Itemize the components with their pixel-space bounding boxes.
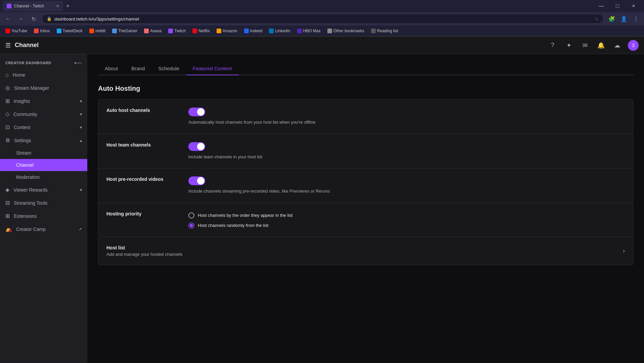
user-avatar[interactable]: 3 (628, 40, 639, 51)
gift-icon[interactable]: ✦ (563, 40, 574, 51)
stream-manager-icon: ◎ (5, 85, 10, 91)
home-icon: ⌂ (5, 72, 9, 78)
viewer-rewards-chevron-icon: ▾ (80, 188, 82, 192)
browser-tab[interactable]: Channel - Twitch × (3, 1, 63, 11)
sidebar-item-stream[interactable]: Stream (0, 147, 87, 159)
sidebar-item-settings[interactable]: ⚙ Settings ▴ (0, 134, 87, 147)
host-prerecorded-toggle[interactable] (188, 176, 205, 185)
radio-order-label: Host channels by the order they appear i… (198, 213, 293, 218)
bookmark-star-icon[interactable]: ☆ (595, 16, 599, 22)
sidebar-insights-label: Insights (14, 98, 76, 104)
host-team-toggle[interactable] (188, 142, 205, 151)
sidebar-toggle-button[interactable]: ☰ (5, 42, 11, 49)
host-list-row[interactable]: Host list Add and manage your hosted cha… (98, 237, 633, 265)
sidebar-item-channel[interactable]: Channel (0, 159, 87, 171)
bookmark-favicon (144, 29, 149, 33)
sidebar-item-community[interactable]: ◇ Community ▾ (0, 108, 87, 121)
minimize-button[interactable]: — (594, 0, 609, 12)
hosting-priority-label-col: Hosting priority (106, 211, 180, 218)
tab-title: Channel - Twitch (14, 4, 44, 8)
auto-host-description: Automatically host channels from your ho… (188, 119, 625, 126)
close-window-button[interactable]: × (626, 0, 641, 12)
host-prerecorded-row: Host pre-recorded videos Include channel… (98, 168, 633, 203)
extensions-sidebar-icon: ⊞ (5, 213, 10, 219)
bookmark-favicon (57, 29, 61, 33)
bookmark-favicon (371, 29, 376, 33)
bookmark-item-asana[interactable]: Asana (141, 28, 164, 34)
sidebar-creator-camp-label: Creator Camp (16, 227, 75, 232)
alerts-icon[interactable]: ☁ (612, 40, 623, 51)
sidebar-item-viewer-rewards[interactable]: ◈ Viewer Rewards ▾ (0, 183, 87, 196)
host-prerecorded-description: Include channels streaming pre-recorded … (188, 188, 625, 195)
tab-schedule[interactable]: Schedule (151, 62, 186, 75)
bookmark-label: HBO Max (303, 29, 321, 33)
auto-host-toggle-thumb (197, 108, 204, 116)
notifications-icon[interactable]: 🔔 (596, 40, 606, 51)
bookmark-item-amazon[interactable]: Amazon (214, 28, 240, 34)
reload-button[interactable]: ↻ (29, 14, 38, 24)
sidebar-item-content[interactable]: ⊡ Content ▾ (0, 121, 87, 134)
sidebar-header-label: Creator Dashboard (5, 61, 51, 65)
tab-featured-content[interactable]: Featured Content (186, 62, 239, 75)
back-button[interactable]: ← (3, 14, 13, 24)
hosting-priority-label: Hosting priority (106, 211, 180, 216)
extensions-icon[interactable]: 🧩 (607, 14, 616, 24)
bookmark-item-thegamer[interactable]: TheGamer (109, 28, 140, 34)
radio-random[interactable]: Host channels randomly from the list (188, 223, 625, 229)
bookmark-item-other-bookmarks[interactable]: Other bookmarks (325, 28, 367, 34)
sidebar-item-stream-manager[interactable]: ◎ Stream Manager (0, 81, 87, 94)
tab-close-button[interactable]: × (56, 3, 59, 9)
bookmark-item-indeed[interactable]: Indeed (241, 28, 265, 34)
more-options-icon[interactable]: ⋮ (631, 14, 641, 24)
host-prerecorded-label: Host pre-recorded videos (106, 176, 180, 182)
streaming-tools-icon: ⊟ (5, 200, 10, 206)
host-list-info: Host list Add and manage your hosted cha… (106, 245, 623, 257)
bookmarks-bar: YouTubeInboxTweetDeckredditTheGamerAsana… (0, 26, 644, 36)
profile-icon[interactable]: 👤 (619, 14, 629, 24)
sidebar-collapse-button[interactable]: ⟵ (74, 59, 82, 66)
sidebar-content-label: Content (14, 125, 76, 130)
content-chevron-icon: ▾ (80, 125, 82, 130)
host-team-label-col: Host team channels (106, 142, 180, 149)
tab-about[interactable]: About (98, 62, 125, 75)
sidebar-viewer-rewards-label: Viewer Rewards (13, 187, 76, 193)
forward-button[interactable]: → (16, 14, 26, 24)
host-list-title: Host list (106, 245, 623, 250)
bookmark-label: Amazon (223, 29, 237, 33)
bookmark-item-linkedin[interactable]: LinkedIn (266, 28, 293, 34)
tab-brand[interactable]: Brand (125, 62, 151, 75)
bookmark-favicon (297, 29, 302, 33)
sidebar-home-label: Home (13, 72, 82, 78)
window-controls: — □ × (594, 0, 641, 12)
sidebar-extensions-label: Extensions (14, 213, 82, 219)
bookmark-item-reddit[interactable]: reddit (87, 28, 108, 34)
title-bar: Channel - Twitch × + — □ × (0, 0, 644, 12)
bookmark-item-tweetdeck[interactable]: TweetDeck (54, 28, 85, 34)
mail-icon[interactable]: ✉ (580, 40, 590, 51)
bookmark-label: Inbox (40, 29, 50, 33)
bookmark-item-twitch[interactable]: Twitch (166, 28, 188, 34)
radio-order[interactable]: Host channels by the order they appear i… (188, 212, 625, 218)
sidebar: Creator Dashboard ⟵ ⌂ Home ◎ Stream Mana… (0, 54, 87, 363)
bookmark-item-hbo-max[interactable]: HBO Max (294, 28, 323, 34)
bookmark-favicon (327, 29, 332, 33)
url-input[interactable]: 🔒 dashboard.twitch.tv/u/3pps/settings/ch… (42, 14, 604, 24)
sidebar-item-home[interactable]: ⌂ Home (0, 69, 87, 81)
bookmark-item-reading-list[interactable]: Reading list (368, 28, 401, 34)
bookmark-favicon (168, 29, 173, 33)
bookmark-favicon (112, 29, 117, 33)
new-tab-button[interactable]: + (63, 1, 73, 11)
auto-host-toggle[interactable] (188, 108, 205, 116)
bookmark-item-inbox[interactable]: Inbox (31, 28, 52, 34)
sidebar-item-extensions[interactable]: ⊞ Extensions (0, 209, 87, 223)
sidebar-item-insights[interactable]: ⊞ Insights ▾ (0, 94, 87, 108)
bookmark-item-netflix[interactable]: Netflix (190, 28, 212, 34)
sidebar-item-streaming-tools[interactable]: ⊟ Streaming Tools (0, 196, 87, 209)
help-icon[interactable]: ? (547, 40, 558, 51)
sidebar-item-creator-camp[interactable]: ⛺ Creator Camp ↗ (0, 223, 87, 236)
bookmark-label: Reading list (377, 29, 398, 33)
bookmark-item-youtube[interactable]: YouTube (3, 28, 30, 34)
host-list-description: Add and manage your hosted channels (106, 252, 623, 257)
sidebar-item-moderation[interactable]: Moderation (0, 171, 87, 183)
maximize-button[interactable]: □ (610, 0, 625, 12)
